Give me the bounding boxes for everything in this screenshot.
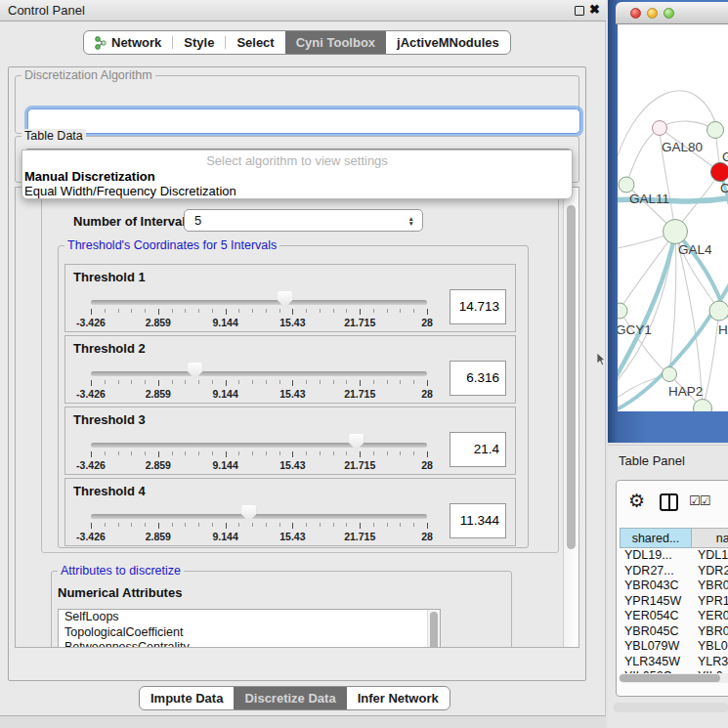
tab-infer-network[interactable]: Infer Network <box>347 687 450 709</box>
control-panel-title: Control Panel <box>8 0 85 21</box>
scrollbar-thumb[interactable] <box>430 612 438 648</box>
network-node-gal4[interactable] <box>664 220 688 244</box>
close-icon[interactable]: ✖ <box>589 2 600 17</box>
settings-scrollpane: Interval Definition Number of Intervals … <box>15 187 579 648</box>
tab-discretize-data[interactable]: Discretize Data <box>234 687 346 709</box>
slider-tick <box>346 309 347 313</box>
threshold-value-field[interactable]: 11.344 <box>450 503 506 538</box>
slider-tick-label: 9.144 <box>204 388 247 400</box>
algorithm-combo[interactable] <box>27 108 580 134</box>
slider-tick <box>413 523 414 527</box>
popup-option-manual[interactable]: Manual Discretization <box>24 169 155 184</box>
slider-tick <box>413 451 414 455</box>
slider-tick <box>400 309 401 313</box>
slider-tick <box>320 309 321 313</box>
scrollbar-thumb[interactable] <box>620 674 720 682</box>
slider-tick <box>252 523 253 527</box>
slider-tick <box>373 523 374 527</box>
network-node-c[interactable] <box>711 163 728 182</box>
vertical-scrollbar[interactable] <box>563 188 578 647</box>
network-node-hap2[interactable] <box>663 367 677 382</box>
slider-tick <box>131 451 132 455</box>
slider-tick <box>238 523 239 527</box>
table-cell: YBR043C <box>620 578 692 594</box>
table-row[interactable]: YLR345WYLR3 <box>620 655 728 670</box>
slider-tick <box>252 309 253 313</box>
table-cell: YER0 <box>692 609 728 624</box>
close-traffic-light-icon[interactable] <box>630 8 641 19</box>
slider-tick <box>427 380 428 386</box>
attribute-list-item[interactable]: BetweennessCentrality <box>59 640 440 648</box>
attributes-group: Attributes to discretize Numerical Attri… <box>51 571 512 648</box>
list-scrollbar[interactable] <box>427 610 440 648</box>
attribute-list-item[interactable]: TopologicalCoefficient <box>59 625 440 641</box>
popup-option-equal-width[interactable]: Equal Width/Frequency Discretization <box>24 184 236 198</box>
threshold-value-field[interactable]: 21.4 <box>450 432 506 467</box>
network-edge[interactable] <box>626 128 660 185</box>
table-row[interactable]: YBR045CYBR0 <box>620 624 728 640</box>
cyni-toolbox-panel: Discretization Algorithm Select algorith… <box>8 66 586 681</box>
table-row[interactable]: YDR27...YDR2 <box>620 564 728 579</box>
slider-tick <box>118 523 119 527</box>
column-header-1[interactable]: shared... <box>620 528 692 548</box>
slider-tick <box>91 380 92 386</box>
slider-thumb[interactable] <box>278 291 292 308</box>
zoom-traffic-light-icon[interactable] <box>664 8 674 19</box>
slider-thumb[interactable] <box>349 434 364 450</box>
slider-track[interactable] <box>91 300 427 305</box>
network-view-window: GAL80GACGAL11GAL4GCY1HHAP2 <box>608 0 728 443</box>
horizontal-scrollbar[interactable] <box>619 673 728 683</box>
tab-network[interactable]: Network <box>84 31 172 54</box>
tab-impute-data[interactable]: Impute Data <box>140 687 234 709</box>
slider-tick <box>333 523 334 527</box>
threshold-label: Threshold 3 <box>73 412 146 427</box>
threshold-value-field[interactable]: 14.713 <box>450 289 506 324</box>
tab-cyni-toolbox[interactable]: Cyni Toolbox <box>285 31 386 54</box>
network-node-gal80[interactable] <box>653 121 667 136</box>
minimize-traffic-light-icon[interactable] <box>647 8 658 19</box>
network-node-ga[interactable] <box>707 122 724 139</box>
slider-tick <box>145 309 146 313</box>
tab-select[interactable]: Select <box>226 31 284 54</box>
network-node-h[interactable] <box>709 301 728 321</box>
tab-style[interactable]: Style <box>173 31 225 54</box>
slider-tick <box>387 523 388 527</box>
gear-icon[interactable]: ⚙ <box>628 490 645 512</box>
slider-tick <box>387 380 388 384</box>
slider-tick <box>185 451 186 455</box>
table-row[interactable]: YDL19...YDL1 <box>620 548 728 564</box>
table-cell: YPR145W <box>620 594 692 610</box>
slider-tick-label: -3.426 <box>69 388 112 400</box>
slider-track[interactable] <box>91 371 427 376</box>
scrollbar-thumb[interactable] <box>567 205 576 549</box>
table-row[interactable]: YBR043CYBR0 <box>620 578 728 594</box>
table-row[interactable]: YPR145WYPR1 <box>620 594 728 610</box>
network-canvas[interactable]: GAL80GACGAL11GAL4GCY1HHAP2 <box>618 24 728 411</box>
column-header-2[interactable]: name <box>692 528 728 548</box>
network-edge[interactable] <box>618 374 669 401</box>
slider-tick <box>172 523 173 527</box>
table-row[interactable]: YER054CYER0 <box>620 609 728 624</box>
slider-tick-label: 21.715 <box>338 531 381 542</box>
table-row[interactable]: YBL079WYBL0 <box>620 639 728 655</box>
network-node-gcy1[interactable] <box>618 303 627 319</box>
split-columns-icon[interactable] <box>660 493 678 511</box>
slider-tick <box>373 380 374 384</box>
attribute-list-item[interactable]: SelfLoops <box>59 610 440 625</box>
select-columns-icon[interactable]: ☑☑ <box>689 493 709 508</box>
slider-tick <box>400 380 401 384</box>
float-window-icon[interactable] <box>575 6 584 16</box>
number-of-intervals-combo[interactable]: 5 ▲▼ <box>184 209 423 232</box>
slider-tick-label: 2.859 <box>137 459 180 471</box>
tab-jactivemnodules[interactable]: jActiveMNodules <box>386 31 510 54</box>
slider-thumb[interactable] <box>241 505 256 522</box>
table-cell: YBR045C <box>620 624 692 640</box>
slider-thumb[interactable] <box>188 363 202 379</box>
network-window-titlebar <box>616 2 728 24</box>
slider-tick <box>292 309 293 315</box>
threshold-value-field[interactable]: 6.316 <box>450 361 506 396</box>
network-node-gal11[interactable] <box>619 177 634 193</box>
slider-tick <box>320 380 321 384</box>
slider-track[interactable] <box>91 514 427 519</box>
slider-track[interactable] <box>91 443 427 448</box>
